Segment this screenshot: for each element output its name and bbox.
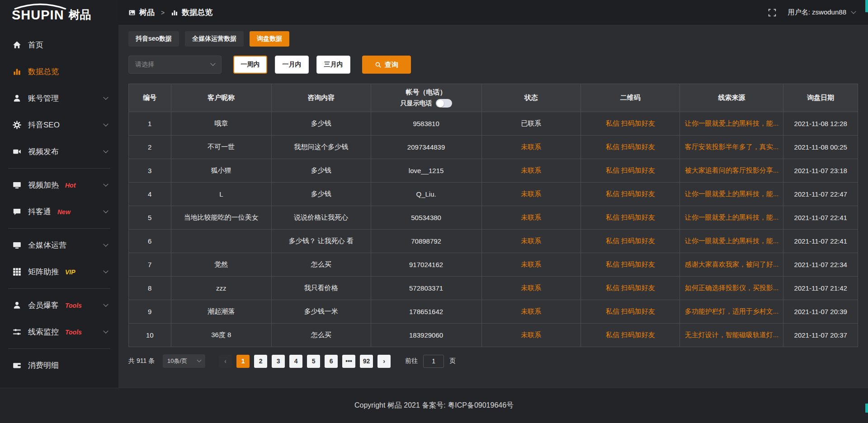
scrollbar-thumb-bottom[interactable]: [865, 404, 868, 413]
sidebar-item-label: 抖客通: [28, 207, 51, 217]
sidebar-item[interactable]: 抖客通New: [0, 198, 118, 225]
prev-page-button[interactable]: ‹: [219, 355, 232, 368]
sidebar-item-label: 矩阵助推: [28, 267, 59, 277]
goto-page-input[interactable]: [423, 355, 444, 368]
col-content: 咨询内容: [272, 84, 371, 112]
cell-source[interactable]: 被大家追着问的客厅投影分享...: [680, 159, 783, 183]
cell-account: 70898792: [371, 230, 481, 253]
cell-content: 多少钱一米: [272, 300, 371, 324]
page-button[interactable]: 6: [325, 355, 338, 368]
page-button[interactable]: 4: [289, 355, 302, 368]
table-header-row: 编号 客户昵称 咨询内容 帐号（电话） 只显示电话: [129, 84, 858, 112]
page-button[interactable]: 5: [307, 355, 320, 368]
cell-qrcode[interactable]: 私信 扫码加好友: [581, 159, 680, 183]
cell-id: 9: [129, 300, 171, 324]
cell-status: 未联系: [481, 277, 580, 300]
cell-account: 50534380: [371, 206, 481, 230]
sidebar-item[interactable]: 线索监控Tools: [0, 319, 118, 345]
cell-qrcode[interactable]: 私信 扫码加好友: [581, 112, 680, 136]
next-page-button[interactable]: ›: [377, 355, 391, 368]
cell-id: 4: [129, 183, 171, 206]
cell-source[interactable]: 客厅安装投影半年多了，真实...: [680, 136, 783, 159]
sidebar-item[interactable]: 数据总览: [0, 58, 118, 85]
sidebar-divider: [8, 168, 110, 169]
sidebar-item[interactable]: 消费明细: [0, 352, 118, 379]
chevron-down-icon: [103, 328, 108, 333]
sidebar-menu: 首页数据总览账号管理抖音SEO视频发布视频加热Hot抖客通New全媒体运营矩阵助…: [0, 25, 118, 405]
tab-media-ops[interactable]: 全媒体运营数据: [185, 31, 244, 47]
cell-source[interactable]: 让你一眼就爱上的黑科技，能...: [680, 230, 783, 253]
sidebar-item[interactable]: 会员爆客Tools: [0, 292, 118, 319]
cell-qrcode[interactable]: 私信 扫码加好友: [581, 324, 680, 347]
range-week-button[interactable]: 一周内: [233, 56, 267, 74]
cell-content: 多少钱: [272, 183, 371, 206]
sidebar-item[interactable]: 首页: [0, 32, 118, 58]
page-size-select[interactable]: 10条/页: [163, 354, 205, 368]
sidebar-item[interactable]: 视频加热Hot: [0, 172, 118, 198]
table-row: 6多少钱？ 让我死心 看70898792未联系私信 扫码加好友让你一眼就爱上的黑…: [129, 230, 858, 253]
cell-date: 2021-11-07 22:41: [783, 230, 858, 253]
cell-nickname: 狐小狸: [171, 159, 272, 183]
page-button[interactable]: 3: [272, 355, 285, 368]
image-icon: [128, 9, 136, 16]
sidebar-item-label: 消费明细: [28, 360, 59, 371]
table-row: 3狐小狸多少钱love__1215未联系私信 扫码加好友被大家追着问的客厅投影分…: [129, 159, 858, 183]
cell-qrcode[interactable]: 私信 扫码加好友: [581, 183, 680, 206]
sidebar-item-label: 首页: [28, 40, 43, 50]
cell-source[interactable]: 让你一眼就爱上的黑科技，能...: [680, 206, 783, 230]
scrollbar-thumb-top[interactable]: [865, 0, 868, 12]
sidebar-item[interactable]: 视频发布: [0, 138, 118, 165]
cell-source[interactable]: 如何正确选择投影仪，买投影...: [680, 277, 783, 300]
cell-content: 多少钱: [272, 159, 371, 183]
cell-source[interactable]: 感谢大家喜欢我家，被问了好...: [680, 253, 783, 277]
cell-content: 我只看价格: [272, 277, 371, 300]
phone-only-toggle[interactable]: [436, 99, 452, 108]
sidebar: SHUPIN 树品 首页数据总览账号管理抖音SEO视频发布视频加热Hot抖客通N…: [0, 0, 118, 388]
sidebar-item-label: 账号管理: [28, 93, 59, 103]
cell-qrcode[interactable]: 私信 扫码加好友: [581, 253, 680, 277]
tab-douyin-seo[interactable]: 抖音seo数据: [128, 31, 179, 47]
sidebar-item[interactable]: 抖音SEO: [0, 112, 118, 138]
col-id: 编号: [129, 84, 171, 112]
cell-account: love__1215: [371, 159, 481, 183]
user-menu[interactable]: 用户名: zswodun88: [788, 8, 855, 17]
sidebar-item[interactable]: 账号管理: [0, 85, 118, 112]
tab-inquiry[interactable]: 询盘数据: [250, 31, 289, 47]
page-button[interactable]: 92: [360, 355, 373, 368]
select-placeholder: 请选择: [135, 61, 154, 69]
video-icon: [13, 147, 21, 156]
chevron-down-icon: [103, 121, 108, 126]
range-month-button[interactable]: 一月内: [275, 56, 309, 74]
account-select[interactable]: 请选择: [128, 56, 222, 74]
breadcrumb-root[interactable]: 树品: [139, 7, 155, 18]
table-row: 4L多少钱Q_Liu.未联系私信 扫码加好友让你一眼就爱上的黑科技，能...20…: [129, 183, 858, 206]
search-button[interactable]: 查询: [362, 56, 411, 74]
cell-qrcode[interactable]: 私信 扫码加好友: [581, 230, 680, 253]
cell-source[interactable]: 无主灯设计，智能磁吸轨道灯...: [680, 324, 783, 347]
range-quarter-button[interactable]: 三月内: [316, 56, 350, 74]
cell-source[interactable]: 多功能护栏灯，适用于乡村文...: [680, 300, 783, 324]
cell-id: 10: [129, 324, 171, 347]
fullscreen-icon[interactable]: [768, 9, 776, 17]
sliders-icon: [13, 328, 21, 336]
sidebar-item[interactable]: 矩阵助推VIP: [0, 258, 118, 285]
sidebar-divider: [8, 228, 110, 229]
chevron-down-icon: [103, 208, 108, 213]
cell-account: 917024162: [371, 253, 481, 277]
cell-date: 2021-11-07 22:41: [783, 206, 858, 230]
cell-qrcode[interactable]: 私信 扫码加好友: [581, 300, 680, 324]
inquiry-table: 编号 客户昵称 咨询内容 帐号（电话） 只显示电话: [128, 84, 858, 347]
cell-source[interactable]: 让你一眼就爱上的黑科技，能...: [680, 183, 783, 206]
cell-qrcode[interactable]: 私信 扫码加好友: [581, 206, 680, 230]
more-pages-button[interactable]: •••: [342, 355, 355, 368]
page-button[interactable]: 2: [254, 355, 267, 368]
cell-qrcode[interactable]: 私信 扫码加好友: [581, 136, 680, 159]
logo-wordmark: SHUPIN: [12, 4, 64, 22]
page-button[interactable]: 1: [236, 355, 250, 368]
col-account: 帐号（电话） 只显示电话: [371, 84, 481, 112]
cell-content: 我想问这个多少钱: [272, 136, 371, 159]
sidebar-item[interactable]: 全媒体运营: [0, 232, 118, 258]
copyright-text: Copyright 树品 2021 备案号: 粤ICP备09019646号: [354, 401, 514, 410]
cell-source[interactable]: 让你一眼就爱上的黑科技，能...: [680, 112, 783, 136]
cell-qrcode[interactable]: 私信 扫码加好友: [581, 277, 680, 300]
